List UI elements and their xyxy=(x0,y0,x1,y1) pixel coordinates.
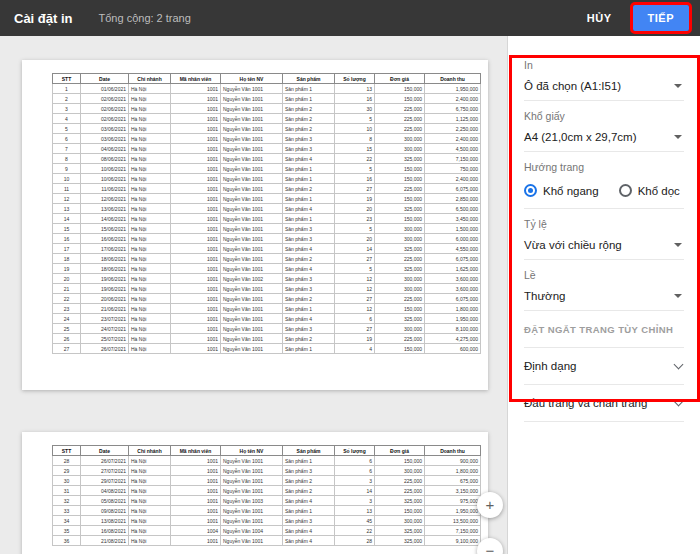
table-cell: 1001 xyxy=(171,294,221,304)
cancel-button[interactable]: HỦY xyxy=(573,4,626,32)
radio-unselected-icon xyxy=(619,184,632,197)
zoom-out-button[interactable]: − xyxy=(477,538,503,554)
scale-dropdown[interactable]: Vừa với chiều rộng xyxy=(524,233,684,260)
table-row: 2321/06/2021Hà Nội1001Nguyễn Văn 1001Sản… xyxy=(53,304,481,314)
table-cell: 3,600,000 xyxy=(425,284,481,294)
table-row: 101/06/2021Hà Nội1001Nguyễn Văn 1001Sản … xyxy=(53,84,481,94)
table-cell: 150,000 xyxy=(375,164,425,174)
table-row: 704/06/2021Hà Nội1001Nguyễn Văn 1001Sản … xyxy=(53,144,481,154)
table-cell: 23 xyxy=(335,214,375,224)
column-header: Sản phẩm xyxy=(283,74,335,84)
table-cell: Sản phẩm 1 xyxy=(283,84,335,94)
table-cell: 3 xyxy=(335,476,375,486)
preview-page-1: STTDateChi nhánhMã nhân viênHọ tên NVSản… xyxy=(22,60,488,390)
table-cell: Sản phẩm 3 xyxy=(283,466,335,476)
table-cell: Hà Nội xyxy=(129,214,171,224)
table-cell: 1001 xyxy=(171,344,221,354)
table-cell: Sản phẩm 4 xyxy=(283,536,335,546)
table-cell: Hà Nội xyxy=(129,264,171,274)
table-cell: 20/06/2021 xyxy=(81,294,129,304)
table-cell: 975,000 xyxy=(425,496,481,506)
table-cell: Sản phẩm 2 xyxy=(283,254,335,264)
section-header-footer[interactable]: Đầu trang và chân trang xyxy=(524,385,684,422)
table-cell: 14/06/2021 xyxy=(81,214,129,224)
set-custom-page-breaks-button[interactable]: ĐẶT NGẮT TRANG TÙY CHỈNH xyxy=(524,311,684,348)
page2-table: STTDateChi nhánhMã nhân viênHọ tên NVSản… xyxy=(52,445,481,546)
table-cell: Nguyễn Văn 1001 xyxy=(221,224,283,234)
table-cell: 1,800,000 xyxy=(425,304,481,314)
table-cell: 1001 xyxy=(171,314,221,324)
print-range-field: In Ô đã chọn (A1:I51) xyxy=(524,59,684,101)
radio-portrait-label: Khổ dọc xyxy=(638,185,680,197)
table-cell: Sản phẩm 4 xyxy=(283,496,335,506)
table-cell: Sản phẩm 1 xyxy=(283,194,335,204)
table-cell: Sản phẩm 1 xyxy=(283,456,335,466)
table-row: 2826/07/2021Hà Nội1001Nguyễn Văn 1001Sản… xyxy=(53,456,481,466)
table-cell: 05/08/2021 xyxy=(81,496,129,506)
table-cell: Hà Nội xyxy=(129,124,171,134)
print-range-label: In xyxy=(524,59,684,71)
margins-field: Lề Thường xyxy=(524,269,684,311)
table-cell: 300,000 xyxy=(375,274,425,284)
table-cell: Hà Nội xyxy=(129,314,171,324)
table-cell: Hà Nội xyxy=(129,84,171,94)
table-cell: 10 xyxy=(335,124,375,134)
radio-landscape[interactable]: Khổ ngang xyxy=(524,184,599,197)
table-cell: 150,000 xyxy=(375,344,425,354)
paper-size-dropdown[interactable]: A4 (21,0cm x 29,7cm) xyxy=(524,125,684,152)
table-cell: Sản phẩm 2 xyxy=(283,184,335,194)
table-cell: 1001 xyxy=(171,486,221,496)
table-cell: Nguyễn Văn 1001 xyxy=(221,184,283,194)
table-cell: 10/06/2021 xyxy=(81,174,129,184)
table-cell: 1001 xyxy=(171,274,221,284)
orientation-field: Hướng trang Khổ ngang Khổ dọc xyxy=(524,161,684,209)
column-header: Date xyxy=(81,74,129,84)
table-cell: 1001 xyxy=(171,114,221,124)
chevron-down-icon xyxy=(674,243,682,247)
table-cell: 1001 xyxy=(171,174,221,184)
table-cell: Hà Nội xyxy=(129,94,171,104)
table-cell: 10 xyxy=(53,174,81,184)
chevron-down-icon xyxy=(674,135,682,139)
table-cell: 150,000 xyxy=(375,214,425,224)
section-header-footer-label: Đầu trang và chân trang xyxy=(524,397,647,409)
table-cell: Nguyễn Văn 1001 xyxy=(221,134,283,144)
table-cell: 3 xyxy=(53,104,81,114)
section-formatting[interactable]: Định dạng xyxy=(524,348,684,385)
table-row: 3104/08/2021Hà Nội1001Nguyễn Văn 1001Sản… xyxy=(53,486,481,496)
table-cell: 150,000 xyxy=(375,506,425,516)
table-cell: 225,000 xyxy=(375,476,425,486)
table-cell: 12 xyxy=(53,194,81,204)
margins-dropdown[interactable]: Thường xyxy=(524,284,684,311)
table-cell: 33 xyxy=(53,506,81,516)
table-cell: 13/08/2021 xyxy=(81,516,129,526)
print-range-dropdown[interactable]: Ô đã chọn (A1:I51) xyxy=(524,74,684,101)
zoom-in-button[interactable]: + xyxy=(477,492,503,518)
print-preview-area: STTDateChi nhánhMã nhân viênHọ tên NVSản… xyxy=(0,36,507,554)
table-cell: 6,000,000 xyxy=(425,234,481,244)
table-row: 1515/06/2021Hà Nội1001Nguyễn Văn 1001Sản… xyxy=(53,224,481,234)
table-cell: 19/06/2021 xyxy=(81,284,129,294)
table-cell: 6,075,000 xyxy=(425,184,481,194)
table-cell: 1001 xyxy=(171,466,221,476)
table-cell: 45 xyxy=(335,516,375,526)
next-button[interactable]: TIẾP xyxy=(633,5,689,31)
table-row: 2119/06/2021Hà Nội1001Nguyễn Văn 1001Sản… xyxy=(53,284,481,294)
table-cell: 7,150,000 xyxy=(425,526,481,536)
table-cell: 27 xyxy=(335,324,375,334)
table-cell: 4 xyxy=(53,114,81,124)
table-cell: 1001 xyxy=(171,84,221,94)
table-cell: Nguyễn Văn 1001 xyxy=(221,244,283,254)
table-cell: Nguyễn Văn 1001 xyxy=(221,194,283,204)
table-cell: 16/06/2021 xyxy=(81,234,129,244)
table-cell: 21/06/2021 xyxy=(81,304,129,314)
radio-portrait[interactable]: Khổ dọc xyxy=(619,184,680,197)
table-cell: 6 xyxy=(335,466,375,476)
table-cell: Hà Nội xyxy=(129,456,171,466)
table-cell: 11/06/2021 xyxy=(81,184,129,194)
orientation-radio-group: Khổ ngang Khổ dọc xyxy=(524,176,684,209)
table-cell: Hà Nội xyxy=(129,234,171,244)
table-cell: Nguyễn Văn 1001 xyxy=(221,234,283,244)
table-cell: 16 xyxy=(335,174,375,184)
table-cell: Nguyễn Văn 1001 xyxy=(221,334,283,344)
